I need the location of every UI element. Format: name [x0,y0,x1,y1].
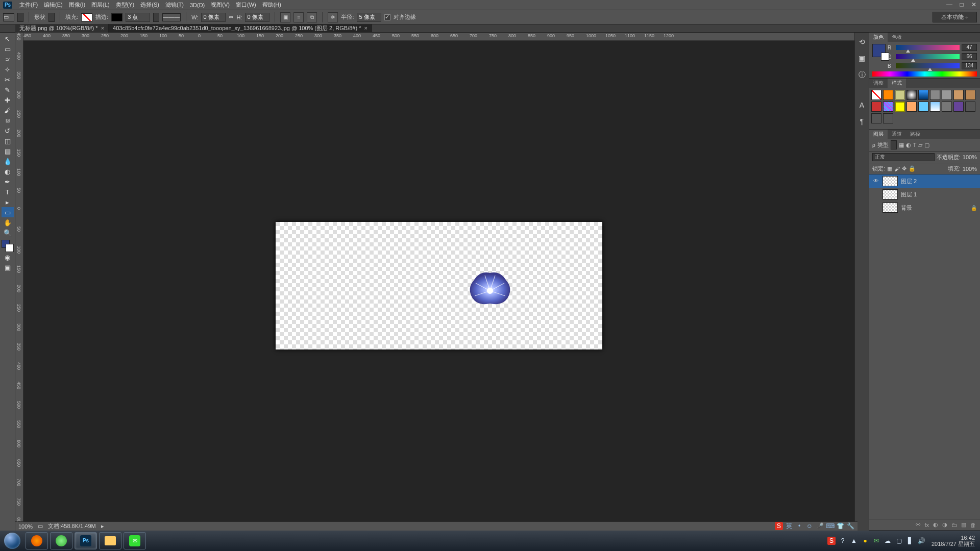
color-picker[interactable] [2,240,14,252]
window-close[interactable]: ✕ [968,1,980,9]
dodge-tool[interactable]: ◐ [2,166,14,177]
tool-preset-drop[interactable] [17,13,23,22]
style-swatch[interactable] [930,102,940,112]
zoom-tool[interactable]: 🔍 [2,228,14,238]
menu-image[interactable]: 图像(I) [66,0,88,10]
marquee-tool[interactable]: ▭ [2,44,14,54]
tray-volume-icon[interactable]: 🔊 [917,537,925,545]
background-color[interactable] [6,244,14,252]
r-slider[interactable] [896,45,960,50]
new-layer-icon[interactable]: ▤ [961,521,966,528]
start-button[interactable] [0,531,24,551]
style-swatch[interactable] [906,90,917,100]
tray-cloud-icon[interactable]: ☁ [884,537,892,545]
shape-mode-drop[interactable] [48,13,55,22]
close-icon[interactable]: × [101,25,104,31]
menu-layer[interactable]: 图层(L) [88,0,112,10]
hand-tool[interactable]: ✋ [2,217,14,228]
path-select-tool[interactable]: ▸ [2,197,14,207]
crop-tool[interactable]: ✂ [2,74,14,85]
history-icon[interactable]: ⟲ [857,37,867,47]
style-swatch[interactable] [953,102,964,112]
ext-mic-icon[interactable]: 🎤 [816,522,824,530]
properties-icon[interactable]: ▣ [857,53,867,63]
style-swatch[interactable] [883,102,893,112]
healing-tool[interactable]: ✚ [2,95,14,105]
swatches-tab[interactable]: 色板 [888,33,906,42]
style-swatch[interactable] [895,102,905,112]
tray-sogou-icon[interactable]: S [827,537,836,545]
doc-tab-1[interactable]: 无标题.png @ 100%(RGB/8#) *× [15,24,109,33]
layer-name[interactable]: 图层 2 [901,178,917,185]
visibility-icon[interactable]: 👁 [872,178,879,185]
link-layers-icon[interactable]: ⚯ [916,521,920,528]
move-tool[interactable]: ↖ [2,34,14,44]
ime-lang-label[interactable]: 英 [785,522,793,530]
path-combine[interactable]: ▣ [280,12,290,22]
style-swatch[interactable] [930,90,940,100]
stroke-swatch[interactable] [111,13,122,21]
shape-mode[interactable]: 形状 [34,13,45,21]
menu-select[interactable]: 选择(S) [137,0,162,10]
stroke-width[interactable] [126,13,150,22]
taskbar-photoshop[interactable]: Ps [75,532,97,549]
document-canvas[interactable] [276,222,602,349]
align-edges-check[interactable] [384,14,390,20]
ext-tool-icon[interactable]: 🔧 [846,522,854,530]
window-minimize[interactable]: — [943,1,955,9]
workspace-selector[interactable]: 基本功能 ÷ [933,12,977,22]
style-swatch[interactable] [906,102,917,112]
tray-action-icon[interactable]: ▢ [895,537,903,545]
link-wh-icon[interactable]: ⇔ [229,14,233,20]
g-value[interactable]: 66 [962,53,977,60]
eraser-tool[interactable]: ◫ [2,136,14,146]
delete-layer-icon[interactable]: 🗑 [970,522,976,528]
tray-security-icon[interactable]: ● [861,537,869,545]
filter-pixel-icon[interactable]: ▦ [899,142,904,148]
window-maximize[interactable]: □ [955,1,968,9]
adjustments-tab[interactable]: 调整 [869,79,888,88]
menu-edit[interactable]: 编辑(E) [41,0,66,10]
shape-settings-icon[interactable]: ✲ [328,12,338,22]
ext-keyboard-icon[interactable]: ⌨ [826,522,834,530]
styles-tab[interactable]: 样式 [888,79,906,88]
status-expand-icon[interactable]: ▸ [101,523,104,530]
color-fg-swatch[interactable] [872,44,886,57]
path-arrange[interactable]: ⧉ [307,12,317,22]
stroke-style[interactable]: ——— [162,13,181,21]
menu-view[interactable]: 视图(V) [208,0,233,10]
g-slider[interactable] [896,54,960,59]
style-swatch[interactable] [942,90,952,100]
paragraph-icon[interactable]: ¶ [857,116,867,127]
tray-network-icon[interactable]: ▋ [906,537,914,545]
taskbar-firefox[interactable] [26,532,48,549]
brush-tool[interactable]: 🖌 [2,105,14,115]
visibility-icon[interactable] [872,204,879,211]
layer-name[interactable]: 图层 1 [901,191,917,198]
b-value[interactable]: 134 [962,62,977,69]
paths-tab[interactable]: 路径 [906,130,924,139]
character-icon[interactable]: A [857,100,867,110]
taskbar-wechat[interactable]: ✉ [124,532,146,549]
info-icon[interactable]: ⓘ [857,69,867,80]
style-swatch[interactable] [871,113,881,123]
style-swatch[interactable] [953,90,964,100]
doc-info[interactable]: 文档:458.8K/1.49M [48,522,96,530]
history-brush-tool[interactable]: ↺ [2,126,14,136]
style-swatch[interactable] [871,102,881,112]
lasso-tool[interactable]: ⟉ [2,54,14,64]
opacity-value[interactable]: 100% [963,154,977,160]
layer-row[interactable]: 图层 1 [869,188,980,201]
visibility-icon[interactable] [872,191,879,198]
style-swatch[interactable] [965,102,975,112]
menu-filter[interactable]: 滤镜(T) [162,0,187,10]
style-swatch[interactable] [942,102,952,112]
new-fill-icon[interactable]: ◑ [942,521,947,528]
filter-smart-icon[interactable]: ▢ [924,142,929,148]
style-swatch[interactable] [883,113,893,123]
taskbar-clock[interactable]: 16:42 2018/7/27 星期五 [928,535,978,547]
stamp-tool[interactable]: ⧇ [2,115,14,126]
width-input[interactable] [201,13,226,22]
ext-skin-icon[interactable]: 👕 [836,522,844,530]
blend-mode[interactable]: 正常 [872,153,935,161]
